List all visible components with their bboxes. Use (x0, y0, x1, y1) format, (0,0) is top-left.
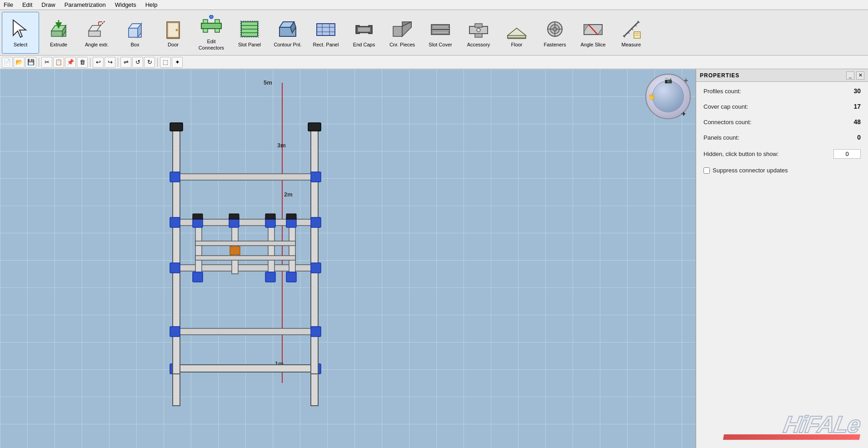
svg-rect-109 (173, 174, 318, 180)
tb2-new[interactable]: 📄 (2, 57, 13, 68)
menu-draw[interactable]: Draw (40, 0, 57, 9)
tool-door-label: Door (168, 42, 179, 48)
tool-extrude-label: Extrude (50, 42, 67, 48)
tool-select[interactable]: Select (2, 12, 39, 54)
tool-box[interactable]: Box (116, 12, 154, 54)
suppress-connector-row: Suppress connector updates (703, 167, 861, 174)
end-caps-icon (352, 17, 376, 41)
sep3 (118, 58, 118, 67)
tb2-save[interactable]: 💾 (25, 57, 36, 68)
svg-rect-40 (358, 27, 370, 32)
svg-rect-101 (286, 272, 296, 282)
svg-rect-80 (170, 123, 183, 131)
connectors-count-row: Connectors count: 48 (703, 118, 861, 126)
tb2-paste[interactable]: 📌 (65, 57, 76, 68)
tb2-open[interactable]: 📂 (14, 57, 25, 68)
suppress-connector-label: Suppress connector updates (713, 167, 788, 174)
tb2-cmd2[interactable]: ✦ (172, 57, 183, 68)
slot-cover-icon (429, 17, 452, 41)
svg-rect-102 (230, 247, 240, 255)
tool-slot-cover-label: Slot Cover (429, 42, 452, 48)
svg-rect-86 (170, 263, 180, 273)
menu-file[interactable]: File (2, 0, 15, 9)
tool-fasteners[interactable]: Fasteners (536, 12, 574, 54)
svg-rect-84 (311, 327, 321, 337)
svg-point-51 (477, 28, 480, 32)
tool-fasteners-label: Fasteners (544, 42, 566, 48)
svg-rect-90 (311, 217, 321, 227)
nav-sphere (652, 81, 684, 112)
tool-floor[interactable]: Floor (498, 12, 535, 54)
tool-slot-panel[interactable]: Slot Panel (231, 12, 268, 54)
menu-help[interactable]: Help (144, 0, 160, 9)
tool-extrude[interactable]: Extrude (40, 12, 77, 54)
panels-count-row: Panels count: 0 (703, 134, 861, 141)
tb2-cmd1[interactable]: ⬚ (160, 57, 171, 68)
sep1 (39, 58, 39, 67)
scaffold-3d (145, 83, 345, 410)
tool-rect-panel[interactable]: Rect. Panel (307, 12, 344, 54)
menu-widgets[interactable]: Widgets (113, 0, 138, 9)
extrude-icon (47, 17, 70, 41)
svg-rect-20 (215, 20, 219, 23)
svg-rect-41 (393, 26, 402, 36)
main-toolbar: Select Extrude Angle extr. (0, 10, 868, 55)
svg-point-16 (176, 29, 178, 31)
svg-rect-6 (89, 31, 100, 36)
menu-parametrization[interactable]: Parametrization (63, 0, 108, 9)
tb2-mirror[interactable]: ⇌ (120, 57, 131, 68)
tb2-redo[interactable]: ↺ (132, 57, 143, 68)
main-area: 5m 3m 2m 1m (0, 69, 868, 448)
svg-marker-0 (13, 20, 26, 37)
tb2-cut[interactable]: ✂ (41, 57, 52, 68)
menu-edit[interactable]: Edit (20, 0, 34, 9)
navigation-cube[interactable]: + 📷 ✈ 🖐 (645, 74, 691, 119)
tool-measure-label: Measure (622, 42, 641, 48)
svg-rect-45 (432, 25, 449, 28)
tool-angle-extr[interactable]: Angle extr. (78, 12, 115, 54)
profiles-count-value: 30 (843, 87, 861, 95)
tool-cnr-pieces[interactable]: Cnr. Pieces (384, 12, 421, 54)
viewport[interactable]: 5m 3m 2m 1m (0, 69, 695, 448)
svg-rect-32 (317, 24, 335, 35)
tool-end-caps-label: End Caps (353, 42, 375, 48)
tb2-undo2[interactable]: ↪ (105, 57, 115, 68)
box-icon (123, 17, 147, 41)
svg-rect-107 (265, 214, 275, 219)
tool-accessory-label: Accessory (467, 42, 490, 48)
tool-end-caps[interactable]: End Caps (345, 12, 383, 54)
tb2-undo[interactable]: ↩ (93, 57, 104, 68)
connectors-count-label: Connectors count: (703, 119, 752, 126)
suppress-connector-checkbox[interactable] (703, 167, 710, 174)
tool-contour-pnl[interactable]: Contour Pnl. (269, 12, 306, 54)
properties-close-button[interactable]: ✕ (856, 71, 864, 80)
tool-edit-connectors[interactable]: Edit Connectors (193, 12, 230, 54)
floor-icon (505, 17, 529, 41)
select-icon (9, 17, 32, 41)
svg-rect-79 (311, 128, 318, 374)
svg-rect-22 (215, 29, 219, 32)
svg-rect-78 (173, 128, 180, 374)
svg-rect-73 (173, 365, 318, 372)
hidden-count-input[interactable] (833, 149, 861, 159)
tool-door[interactable]: Door (155, 12, 192, 54)
contour-pnl-icon (276, 17, 299, 41)
tb2-redo2[interactable]: ↻ (144, 57, 155, 68)
menubar: File Edit Draw Parametrization Widgets H… (0, 0, 868, 10)
cnr-pieces-icon (390, 17, 414, 41)
accessory-icon (467, 17, 490, 41)
tool-floor-label: Floor (511, 42, 522, 48)
svg-rect-106 (229, 214, 239, 219)
cover-cap-count-value: 17 (843, 103, 861, 110)
nav-camera-icon: 📷 (664, 76, 672, 84)
tb2-delete[interactable]: 🗑 (77, 57, 88, 68)
tool-slot-cover[interactable]: Slot Cover (422, 12, 459, 54)
tool-measure[interactable]: Measure (613, 12, 650, 54)
tool-accessory[interactable]: Accessory (460, 12, 497, 54)
tool-angle-slice[interactable]: Angle Slice (574, 12, 612, 54)
svg-rect-70 (634, 32, 640, 38)
tb2-copy[interactable]: 📋 (53, 57, 64, 68)
svg-rect-50 (475, 34, 482, 37)
tool-slot-panel-label: Slot Panel (238, 42, 261, 48)
properties-minimize-button[interactable]: _ (846, 71, 854, 80)
